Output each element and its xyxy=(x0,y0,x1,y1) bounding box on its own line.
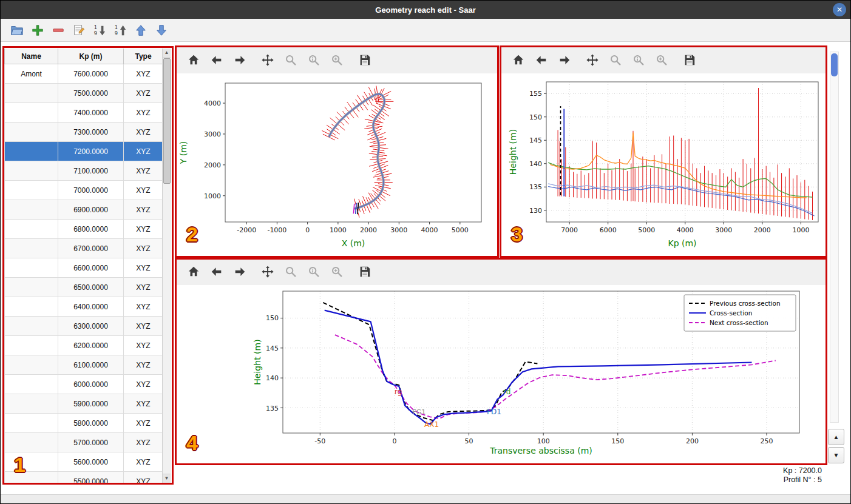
window-scrollbar-thumb[interactable] xyxy=(831,53,838,76)
table-row[interactable]: 6200.0000XYZ xyxy=(5,336,163,355)
svg-text:FD1: FD1 xyxy=(487,408,501,416)
table-row[interactable]: 6000.0000XYZ xyxy=(5,375,163,394)
table-row[interactable]: 7300.0000XYZ xyxy=(5,123,163,142)
add-button[interactable] xyxy=(29,21,47,39)
table-row[interactable]: 5800.0000XYZ xyxy=(5,414,163,433)
forward-button[interactable] xyxy=(231,263,248,280)
table-row[interactable]: 6500.0000XYZ xyxy=(5,278,163,297)
table-row[interactable]: 6400.0000XYZ xyxy=(5,297,163,317)
svg-text:140: 140 xyxy=(266,374,279,382)
customize-icon xyxy=(330,265,344,278)
forward-button[interactable] xyxy=(231,52,248,69)
svg-text:2000: 2000 xyxy=(754,226,771,234)
plan-view-panel: -2000-1000010002000300040005000100020003… xyxy=(175,47,498,257)
table-row[interactable]: 5600.0000XYZ xyxy=(5,452,163,472)
table-row[interactable]: 7500.0000XYZ xyxy=(5,84,163,103)
svg-text:4000: 4000 xyxy=(421,226,438,234)
svg-text:1000: 1000 xyxy=(792,226,809,234)
pan-button[interactable] xyxy=(259,263,276,280)
svg-text:155: 155 xyxy=(529,90,542,98)
svg-text:Height (m): Height (m) xyxy=(508,129,518,175)
svg-text:135: 135 xyxy=(266,405,279,412)
svg-text:2000: 2000 xyxy=(360,226,377,234)
subplots-button[interactable] xyxy=(305,52,322,69)
table-row[interactable]: 6100.0000XYZ xyxy=(5,355,163,375)
table-row[interactable]: Amont7600.0000XYZ xyxy=(5,64,163,84)
svg-text:6000: 6000 xyxy=(600,226,617,234)
table-scroll-up-icon[interactable]: ▲ xyxy=(163,49,171,58)
zoom-button[interactable] xyxy=(282,263,299,280)
table-row[interactable]: 7400.0000XYZ xyxy=(5,103,163,123)
svg-text:150: 150 xyxy=(611,437,624,445)
table-row[interactable]: 6900.0000XYZ xyxy=(5,200,163,220)
customize-icon xyxy=(655,53,668,67)
edit-icon xyxy=(72,24,86,37)
pan-button[interactable] xyxy=(259,52,276,69)
svg-text:200: 200 xyxy=(686,437,699,445)
table-row[interactable]: 6300.0000XYZ xyxy=(5,317,163,336)
zoom-icon xyxy=(609,53,622,67)
sort-asc-button[interactable] xyxy=(111,21,129,39)
column-header: Kp (m) xyxy=(58,49,124,64)
back-icon xyxy=(210,53,223,67)
table-row[interactable]: 6800.0000XYZ xyxy=(5,220,163,239)
open-button[interactable] xyxy=(8,21,26,39)
home-icon xyxy=(512,53,525,67)
save-button[interactable] xyxy=(681,52,698,69)
svg-text:Next cross-section: Next cross-section xyxy=(710,319,768,326)
zoom-button[interactable] xyxy=(607,52,624,69)
close-button[interactable]: ✕ xyxy=(833,3,846,16)
edit-button[interactable] xyxy=(70,21,88,39)
customize-button[interactable] xyxy=(653,52,670,69)
svg-text:100: 100 xyxy=(537,437,550,445)
home-button[interactable] xyxy=(185,52,202,69)
forward-button[interactable] xyxy=(556,52,573,69)
zoom-icon xyxy=(284,265,297,278)
table-row[interactable]: 5500.0000XYZ xyxy=(5,472,163,483)
sort-desc-button[interactable] xyxy=(90,21,109,39)
table-row[interactable]: 5700.0000XYZ xyxy=(5,433,163,452)
cross-section-canvas[interactable]: rgrdFG1AX1FD1-50050100150200250135140145… xyxy=(175,285,827,465)
move-down-button[interactable] xyxy=(152,21,171,39)
svg-text:2000: 2000 xyxy=(204,161,221,169)
svg-text:0: 0 xyxy=(305,226,310,234)
profile-down-button[interactable]: ▼ xyxy=(828,447,844,463)
table-scrollbar-thumb[interactable] xyxy=(163,58,171,184)
back-button[interactable] xyxy=(208,52,225,69)
svg-text:Transverse abscissa (m): Transverse abscissa (m) xyxy=(489,446,592,455)
table-row[interactable]: 7000.0000XYZ xyxy=(5,181,163,200)
pan-button[interactable] xyxy=(584,52,601,69)
long-profile-canvas[interactable]: 7000600050004000300020001000130135140145… xyxy=(500,73,827,257)
save-icon xyxy=(683,53,696,67)
plan-plot-toolbar xyxy=(175,47,498,73)
profile-up-button[interactable]: ▲ xyxy=(828,429,844,445)
table-row[interactable]: 6700.0000XYZ xyxy=(5,239,163,258)
back-button[interactable] xyxy=(533,52,550,69)
customize-button[interactable] xyxy=(328,52,345,69)
subplots-button[interactable] xyxy=(630,52,647,69)
remove-button[interactable] xyxy=(49,21,67,39)
window-scrollbar[interactable] xyxy=(830,52,839,423)
subplots-button[interactable] xyxy=(305,263,322,280)
table-row[interactable]: 5900.0000XYZ xyxy=(5,394,163,414)
open-icon xyxy=(10,24,24,37)
back-icon xyxy=(535,53,548,67)
svg-text:5000: 5000 xyxy=(452,226,469,234)
pan-icon xyxy=(261,265,274,278)
home-button[interactable] xyxy=(185,263,202,280)
customize-button[interactable] xyxy=(328,263,345,280)
table-row[interactable]: 7200.0000XYZ xyxy=(5,142,163,161)
table-row[interactable]: 6600.0000XYZ xyxy=(5,258,163,278)
save-button[interactable] xyxy=(356,52,373,69)
long-profile-panel: 7000600050004000300020001000130135140145… xyxy=(500,47,827,257)
move-up-button[interactable] xyxy=(132,21,150,39)
back-button[interactable] xyxy=(208,263,225,280)
plan-view-canvas[interactable]: -2000-1000010002000300040005000100020003… xyxy=(175,73,498,257)
table-scrollbar[interactable]: ▲ ▼ xyxy=(162,49,171,483)
zoom-button[interactable] xyxy=(282,52,299,69)
home-button[interactable] xyxy=(510,52,527,69)
table-scroll-down-icon[interactable]: ▼ xyxy=(163,474,171,483)
add-icon xyxy=(31,24,44,37)
save-button[interactable] xyxy=(356,263,373,280)
table-row[interactable]: 7100.0000XYZ xyxy=(5,161,163,181)
